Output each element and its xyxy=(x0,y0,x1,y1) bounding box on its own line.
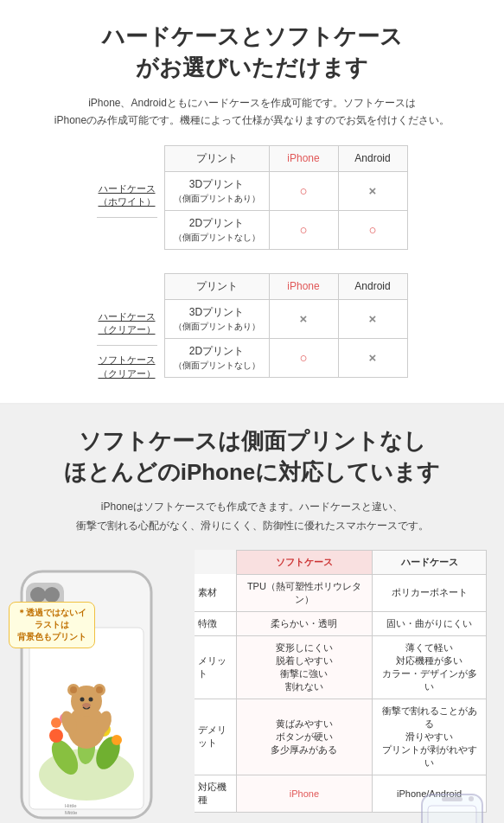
svg-point-26 xyxy=(89,697,93,701)
section1: ハードケースとソフトケースがお選びいただけます iPhone、Androidとも… xyxy=(0,0,504,403)
svg-point-35 xyxy=(469,796,474,801)
table2-left-labels: ハードケース（クリアー） ソフトケース（クリアー） xyxy=(97,273,157,389)
section1-title: ハードケースとソフトケースがお選びいただけます xyxy=(17,21,487,84)
svg-text:Mittle: Mittle xyxy=(65,810,78,815)
soft-compatible: iPhone xyxy=(236,775,373,812)
print-type: 3Dプリント（側面プリントあり） xyxy=(164,299,269,338)
table2-block: ハードケース（クリアー） ソフトケース（クリアー） プリント iPhone An… xyxy=(97,273,408,389)
table-row: 2Dプリント（側面プリントなし） ○ ○ xyxy=(164,210,407,249)
label-material: 素材 xyxy=(195,574,236,611)
print-type: 3Dプリント（側面プリントあり） xyxy=(164,171,269,210)
note-bubble: ＊透過ではないイラストは背景色もプリント xyxy=(9,602,95,648)
hard-white-label: ハードケース（ホワイト） xyxy=(97,175,157,218)
svg-point-22 xyxy=(70,686,77,693)
section2-desc: iPhoneはソフトケースでも作成できます。ハードケースと違い、 衝撃で割れる心… xyxy=(17,498,487,535)
t2r2-iphone: ○ xyxy=(269,338,338,377)
t1r2-iphone: ○ xyxy=(269,210,338,249)
hard-demerit: 衝撃で割れることがある滑りやすいプリントが剥がれやすい xyxy=(373,699,487,775)
table-row: デメリット 黄ばみやすいボタンが硬い多少厚みがある 衝撃で割れることがある滑りや… xyxy=(195,699,487,775)
clear-phone-svg xyxy=(418,790,487,823)
t2r2-android: × xyxy=(338,338,407,377)
table1-block: ハードケース（ホワイト） プリント iPhone Android 3Dプリント（… xyxy=(97,145,408,261)
col-print: プリント xyxy=(164,145,269,171)
svg-point-2 xyxy=(30,587,46,603)
svg-point-10 xyxy=(49,729,63,743)
table1: プリント iPhone Android 3Dプリント（側面プリントあり） ○ ×… xyxy=(164,145,408,250)
section2-title: ソフトケースは側面プリントなしほとんどのiPhoneに対応しています xyxy=(17,425,487,488)
col-iphone2: iPhone xyxy=(269,273,338,299)
soft-material: TPU（熱可塑性ポリウレタン） xyxy=(236,574,373,611)
t1r1-iphone: ○ xyxy=(269,171,338,210)
phone-side: ＊透過ではないイラストは背景色もプリント xyxy=(17,550,186,823)
table-row: 素材 TPU（熱可塑性ポリウレタン） ポリカーボネート xyxy=(195,574,487,611)
compare-table-side: ソフトケース ハードケース 素材 TPU（熱可塑性ポリウレタン） ポリカーボネー… xyxy=(195,550,487,823)
t1r2-android: ○ xyxy=(338,210,407,249)
col-hard: ハードケース xyxy=(373,550,487,574)
hard-merit: 薄くて軽い対応機種が多いカラー・デザインが多い xyxy=(373,635,487,699)
t2r1-android: × xyxy=(338,299,407,338)
svg-rect-33 xyxy=(428,806,476,823)
soft-merit: 変形しにくい脱着しやすい衝撃に強い割れない xyxy=(236,635,373,699)
col-android: Android xyxy=(338,145,407,171)
col-print2: プリント xyxy=(164,273,269,299)
hard-white-label2 xyxy=(97,218,157,261)
soft-clear-label: ソフトケース（クリアー） xyxy=(97,346,157,389)
label-compatible: 対応機種 xyxy=(195,775,236,812)
table-row: メリット 変形しにくい脱着しやすい衝撃に強い割れない 薄くて軽い対応機種が多いカ… xyxy=(195,635,487,699)
col-iphone: iPhone xyxy=(269,145,338,171)
print-type: 2Dプリント（側面プリントなし） xyxy=(164,210,269,249)
print-type: 2Dプリント（側面プリントなし） xyxy=(164,338,269,377)
svg-point-24 xyxy=(96,686,103,693)
table2: プリント iPhone Android 3Dプリント（側面プリントあり） × ×… xyxy=(164,273,408,378)
compare-table: ソフトケース ハードケース 素材 TPU（熱可塑性ポリウレタン） ポリカーボネー… xyxy=(195,550,487,813)
col-soft: ソフトケース xyxy=(236,550,373,574)
hard-material: ポリカーボネート xyxy=(373,574,487,611)
table-row: 特徴 柔らかい・透明 固い・曲がりにくい xyxy=(195,611,487,635)
label-merit: メリット xyxy=(195,635,236,699)
svg-point-15 xyxy=(112,735,122,745)
svg-point-3 xyxy=(44,587,60,603)
hard-feature: 固い・曲がりにくい xyxy=(373,611,487,635)
label-feature: 特徴 xyxy=(195,611,236,635)
svg-text:Hittle: Hittle xyxy=(65,803,77,808)
hard-clear-label: ハードケース（クリアー） xyxy=(97,303,157,346)
t2r1-iphone: × xyxy=(269,299,338,338)
col-android2: Android xyxy=(338,273,407,299)
section2-body: ＊透過ではないイラストは背景色もプリント xyxy=(17,550,487,823)
table-row: 3Dプリント（側面プリントあり） ○ × xyxy=(164,171,407,210)
soft-demerit: 黄ばみやすいボタンが硬い多少厚みがある xyxy=(236,699,373,775)
label-demerit: デメリット xyxy=(195,699,236,775)
table-row: 2Dプリント（側面プリントなし） ○ × xyxy=(164,338,407,377)
table1-left-labels: ハードケース（ホワイト） xyxy=(97,145,157,261)
table-row: 3Dプリント（側面プリントあり） × × xyxy=(164,299,407,338)
col-empty xyxy=(195,550,236,574)
t1r1-android: × xyxy=(338,171,407,210)
svg-point-25 xyxy=(80,697,85,701)
clear-case-area xyxy=(195,816,487,823)
section1-desc: iPhone、Androidともにハードケースを作成可能です。ソフトケースは i… xyxy=(17,94,487,130)
soft-feature: 柔らかい・透明 xyxy=(236,611,373,635)
svg-rect-34 xyxy=(442,797,463,801)
section2: ソフトケースは側面プリントなしほとんどのiPhoneに対応しています iPhon… xyxy=(0,405,504,823)
